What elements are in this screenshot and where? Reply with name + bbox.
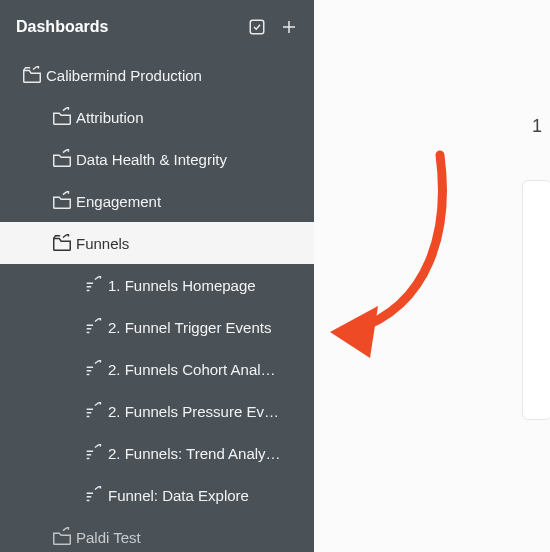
tree-label: Calibermind Production [46, 67, 212, 84]
tree-label: Funnel: Data Explore [108, 487, 259, 504]
dashboard-share-icon [80, 484, 108, 506]
tree-label: 2. Funnels Cohort Anal… [108, 361, 286, 378]
tree-label: 2. Funnel Trigger Events [108, 319, 281, 336]
folder-share-icon [48, 526, 76, 548]
tree-label: 1. Funnels Homepage [108, 277, 266, 294]
folder-share-icon [48, 190, 76, 212]
tree-label: 2. Funnels: Trend Analy… [108, 445, 291, 462]
tree-label: Funnels [76, 235, 139, 252]
tree-folder-root[interactable]: Calibermind Production [0, 54, 314, 96]
tree-folder-paldi-test[interactable]: Paldi Test [0, 516, 314, 552]
sidebar-title: Dashboards [16, 18, 108, 36]
folder-share-icon [48, 148, 76, 170]
dashboard-share-icon [80, 274, 108, 296]
tree-label: Engagement [76, 193, 171, 210]
tree-item-funnels-homepage[interactable]: 1. Funnels Homepage [0, 264, 314, 306]
tree-label: Data Health & Integrity [76, 151, 237, 168]
add-icon[interactable] [280, 18, 298, 36]
dashboard-share-icon [80, 358, 108, 380]
tree-label: 2. Funnels Pressure Ev… [108, 403, 289, 420]
tree: Calibermind Production Attribution Data … [0, 54, 314, 552]
tree-label: Paldi Test [76, 529, 151, 546]
tree-label: Attribution [76, 109, 154, 126]
hint-number: 1 [532, 116, 542, 137]
tree-item-funnels-trend[interactable]: 2. Funnels: Trend Analy… [0, 432, 314, 474]
sidebar: Dashboards [0, 0, 314, 552]
header-actions [248, 18, 298, 36]
tree-item-funnels-pressure[interactable]: 2. Funnels Pressure Ev… [0, 390, 314, 432]
tree-folder-data-health[interactable]: Data Health & Integrity [0, 138, 314, 180]
tree-folder-attribution[interactable]: Attribution [0, 96, 314, 138]
tree-item-funnels-cohort[interactable]: 2. Funnels Cohort Anal… [0, 348, 314, 390]
folder-open-share-icon [18, 64, 46, 86]
tree-folder-engagement[interactable]: Engagement [0, 180, 314, 222]
tree-folder-funnels[interactable]: Funnels [0, 222, 314, 264]
dashboard-share-icon [80, 316, 108, 338]
svg-rect-0 [250, 20, 264, 34]
folder-share-icon [48, 106, 76, 128]
select-icon[interactable] [248, 18, 266, 36]
main-area: 1 [314, 0, 550, 552]
folder-open-share-icon [48, 232, 76, 254]
partial-card [522, 180, 550, 420]
sidebar-header: Dashboards [0, 0, 314, 54]
dashboard-share-icon [80, 400, 108, 422]
dashboard-share-icon [80, 442, 108, 464]
tree-item-funnel-data-explore[interactable]: Funnel: Data Explore [0, 474, 314, 516]
tree-item-funnel-trigger-events[interactable]: 2. Funnel Trigger Events [0, 306, 314, 348]
